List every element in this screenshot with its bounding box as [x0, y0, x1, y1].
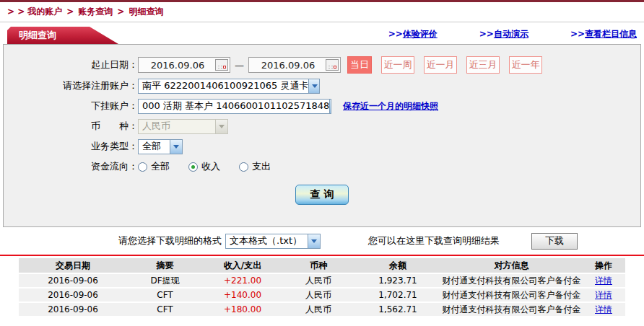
cell-currency: 人民币 — [282, 274, 354, 287]
header-balance: 余额 — [354, 258, 441, 273]
cell-amount: +180.00 — [203, 303, 282, 316]
cell-summary: CFT — [127, 288, 203, 301]
query-form-panel: 起止日期： 2016.09.06 — 2016.09.06 当日 近一周 近一月… — [3, 44, 641, 227]
sub-account-row: 下挂账户： 000 活期 基本户 1406600101102571848 保存近… — [4, 98, 640, 114]
start-date-value: 2016.09.06 — [140, 60, 215, 71]
page: > >我的账户>账务查询>明细查询 明细查询 >>体验评价 >>自动演示 >>查… — [0, 0, 644, 326]
download-button[interactable]: 下载 — [531, 233, 578, 250]
quick-button-last-week[interactable]: 近一周 — [381, 56, 414, 74]
breadcrumb-prefix: > > — [7, 6, 25, 17]
chevron-down-icon[interactable] — [308, 79, 320, 93]
quick-button-last-year[interactable]: 近一年 — [509, 56, 542, 74]
header-date: 交易日期 — [19, 258, 127, 273]
cell-amount: +221.00 — [203, 274, 282, 287]
table-header-row: 交易日期 摘要 收入/支出 币种 余额 对方信息 操作 — [19, 258, 625, 273]
cell-balance: 1,923.71 — [354, 274, 441, 287]
radio-option-all[interactable]: 全部 — [138, 160, 170, 173]
business-type-value: 全部 — [142, 140, 161, 153]
radio-label-income: 收入 — [201, 160, 220, 173]
header-currency: 币种 — [282, 258, 354, 273]
quick-button-today[interactable]: 当日 — [347, 56, 372, 74]
detail-link[interactable]: 详情 — [595, 290, 612, 300]
save-snapshot-link[interactable]: 保存近一个月的明细快照 — [343, 100, 438, 113]
link-experience-rating[interactable]: >>体验评价 — [388, 28, 438, 40]
link-auto-demo[interactable]: >>自动演示 — [479, 28, 528, 40]
business-type-label: 业务类型： — [4, 140, 138, 153]
radio-label-expense: 支出 — [252, 160, 271, 173]
download-format-value: 文本格式（.txt） — [230, 234, 302, 247]
radio-option-expense[interactable]: 支出 — [239, 160, 271, 173]
download-format-label: 请您选择下载明细的格式 — [118, 234, 222, 247]
header-amount: 收入/支出 — [203, 258, 282, 273]
calendar-icon[interactable] — [326, 59, 339, 71]
currency-row: 币 种： 人民币 — [4, 118, 640, 134]
header-action: 操作 — [582, 258, 625, 273]
query-button-row: 查 询 — [4, 185, 640, 205]
date-range-row: 起止日期： 2016.09.06 — 2016.09.06 当日 近一周 近一月… — [4, 56, 640, 74]
cell-date: 2016-09-06 — [19, 303, 127, 316]
detail-link[interactable]: 详情 — [595, 276, 612, 286]
fund-flow-label: 资金流向： — [4, 160, 138, 173]
register-account-value: 南平 6222001406100921065 灵通卡 — [142, 79, 308, 92]
register-account-label: 请选择注册账户： — [4, 79, 138, 92]
query-button[interactable]: 查 询 — [295, 185, 349, 205]
radio-checked-icon[interactable] — [188, 162, 198, 172]
quick-range-buttons: 当日 近一周 近一月 近三月 近一年 — [347, 56, 542, 74]
sub-account-value: 000 活期 基本户 1406600101102571848 — [142, 100, 329, 113]
currency-label: 币 种： — [4, 120, 138, 133]
end-date-value: 2016.09.06 — [251, 60, 326, 71]
download-hint: 您可以在这里下载查询明细结果 — [368, 234, 500, 247]
currency-value: 人民币 — [142, 120, 170, 133]
cell-currency: 人民币 — [282, 288, 354, 301]
radio-icon[interactable] — [239, 162, 248, 172]
header-counterparty: 对方信息 — [441, 258, 582, 273]
calendar-icon[interactable] — [215, 59, 228, 71]
cell-counterparty: 财付通支付科技有限公司客户备付金 — [441, 274, 582, 287]
quick-button-last-3-months[interactable]: 近三月 — [466, 56, 500, 74]
cell-amount: +140.00 — [203, 288, 282, 301]
header-summary: 摘要 — [127, 258, 203, 273]
table-row: 2016-09-06 DF提现 +221.00 人民币 1,923.71 财付通… — [19, 274, 625, 287]
business-type-select[interactable]: 全部 — [138, 139, 183, 154]
tab-detail-query[interactable]: 明细查询 — [7, 27, 118, 44]
breadcrumb-item-detail-query[interactable]: 明细查询 — [129, 6, 163, 17]
date-separator: — — [235, 60, 244, 71]
chevron-down-icon — [215, 120, 227, 133]
breadcrumb-item-my-account[interactable]: 我的账户 — [27, 6, 62, 17]
breadcrumb-item-account-query[interactable]: 账务查询 — [78, 6, 113, 17]
date-range-label: 起止日期： — [4, 58, 138, 71]
cell-summary: DF提现 — [127, 274, 203, 287]
breadcrumb-separator: > — [117, 6, 124, 17]
cell-summary: CFT — [127, 303, 203, 316]
header-links: >>体验评价 >>自动演示 >>查看栏目信息 — [388, 28, 641, 44]
quick-button-last-month[interactable]: 近一月 — [424, 56, 457, 74]
radio-option-income[interactable]: 收入 — [188, 160, 220, 173]
cell-counterparty: 财付通支付科技有限公司客户备付金 — [441, 303, 582, 316]
table-row: 2016-09-06 CFT +180.00 人民币 1,562.71 财付通支… — [19, 303, 625, 316]
end-date-input[interactable]: 2016.09.06 — [248, 57, 341, 73]
chevron-down-icon[interactable] — [170, 140, 182, 154]
table-row: 2016-09-06 CFT +140.00 人民币 1,702.71 财付通支… — [19, 288, 625, 301]
results-table: 交易日期 摘要 收入/支出 币种 余额 对方信息 操作 2016-09-06 D… — [19, 258, 625, 316]
cell-balance: 1,702.71 — [354, 288, 441, 301]
detail-link[interactable]: 详情 — [595, 304, 612, 314]
business-type-row: 业务类型： 全部 — [4, 138, 640, 154]
link-view-column-info[interactable]: >>查看栏目信息 — [570, 28, 637, 40]
sub-account-label: 下挂账户： — [4, 100, 138, 113]
cell-balance: 1,562.71 — [354, 303, 441, 316]
cell-date: 2016-09-06 — [19, 274, 127, 287]
radio-icon[interactable] — [138, 162, 147, 172]
chevron-down-icon[interactable] — [329, 100, 331, 113]
start-date-input[interactable]: 2016.09.06 — [138, 57, 230, 73]
tab-row: 明细查询 >>体验评价 >>自动演示 >>查看栏目信息 — [0, 22, 644, 44]
fund-flow-row: 资金流向： 全部 收入 支出 — [4, 159, 640, 175]
radio-label-all: 全部 — [151, 160, 170, 173]
chevron-down-icon[interactable] — [308, 234, 320, 248]
cell-currency: 人民币 — [282, 303, 354, 316]
download-format-select[interactable]: 文本格式（.txt） — [225, 234, 321, 249]
register-account-row: 请选择注册账户： 南平 6222001406100921065 灵通卡 — [4, 78, 640, 94]
breadcrumb-separator: > — [66, 6, 74, 17]
sub-account-select[interactable]: 000 活期 基本户 1406600101102571848 — [138, 99, 331, 114]
download-row: 请您选择下载明细的格式 文本格式（.txt） 您可以在这里下载查询明细结果 下载 — [0, 227, 644, 255]
register-account-select[interactable]: 南平 6222001406100921065 灵通卡 — [138, 79, 320, 94]
